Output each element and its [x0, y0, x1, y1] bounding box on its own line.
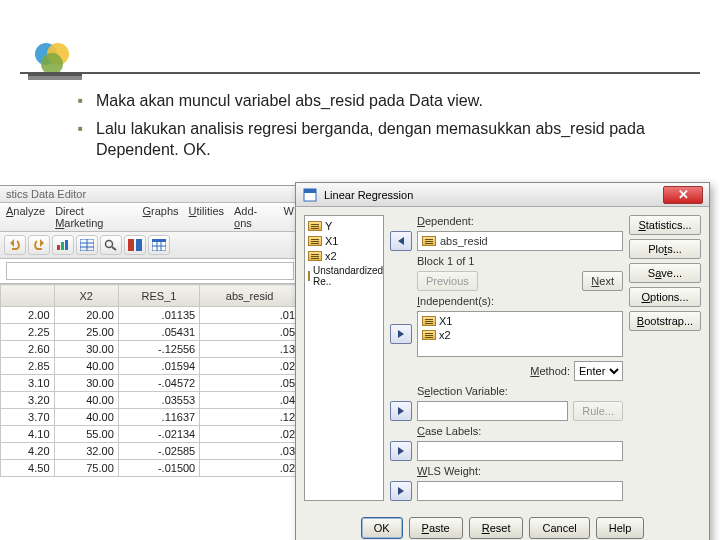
move-selection-button[interactable] [390, 401, 412, 421]
move-dependent-button[interactable] [390, 231, 412, 251]
svg-point-12 [106, 241, 113, 248]
cell[interactable]: 32.00 [54, 443, 118, 460]
paste-button[interactable]: Paste [409, 517, 463, 539]
table-row[interactable]: 2.2525.00.05431.05 [1, 324, 300, 341]
next-button[interactable]: Next [582, 271, 623, 291]
close-button[interactable]: ✕ [663, 186, 703, 204]
ok-button[interactable]: OK [361, 517, 403, 539]
cell[interactable]: 75.00 [54, 460, 118, 477]
editor-menubar: Analyze Direct Marketing Graphs Utilitie… [0, 203, 300, 232]
table-row[interactable]: 4.5075.00-.01500.02 [1, 460, 300, 477]
cell[interactable]: -.01500 [118, 460, 199, 477]
cell[interactable]: -.04572 [118, 375, 199, 392]
cell-editor-input[interactable] [6, 262, 294, 280]
bootstrap-button[interactable]: Bootstrap... [629, 311, 701, 331]
menu-analyze[interactable]: Analyze [6, 205, 45, 229]
cell[interactable]: 30.00 [54, 375, 118, 392]
cell[interactable]: .11637 [118, 409, 199, 426]
table-row[interactable]: 2.8540.00.01594.02 [1, 358, 300, 375]
move-wls-button[interactable] [390, 481, 412, 501]
menu-addons[interactable]: Add-ons [234, 205, 274, 229]
cell[interactable]: .02 [200, 426, 300, 443]
selection-variable-field[interactable] [417, 401, 568, 421]
toolbar-table-icon[interactable] [148, 235, 170, 255]
toolbar-redo-icon[interactable] [28, 235, 50, 255]
menu-direct-marketing[interactable]: Direct Marketing [55, 205, 132, 229]
table-row[interactable]: 3.1030.00-.04572.05 [1, 375, 300, 392]
method-select[interactable]: Enter [574, 361, 623, 381]
cell[interactable]: .02 [200, 358, 300, 375]
dialog-titlebar[interactable]: Linear Regression ✕ [296, 183, 709, 207]
cell[interactable]: 40.00 [54, 409, 118, 426]
toolbar-grid-icon[interactable] [76, 235, 98, 255]
cell[interactable]: 3.20 [1, 392, 55, 409]
table-row[interactable]: 3.2040.00.03553.04 [1, 392, 300, 409]
independent-list[interactable]: X1 x2 [417, 311, 623, 357]
help-button[interactable]: Help [596, 517, 645, 539]
dialog-button-bar: OK Paste Reset Cancel Help [296, 509, 709, 540]
cell[interactable]: .05431 [118, 324, 199, 341]
cell[interactable]: 4.50 [1, 460, 55, 477]
toolbar-undo-icon[interactable] [4, 235, 26, 255]
source-variable-list[interactable]: Y X1 x2 Unstandardized Re.. [304, 215, 384, 501]
cell[interactable]: .03 [200, 443, 300, 460]
list-item: Unstandardized Re.. [308, 265, 380, 287]
cell[interactable]: 2.60 [1, 341, 55, 358]
cell[interactable]: .01 [200, 307, 300, 324]
col-x2[interactable]: X2 [54, 285, 118, 307]
menu-more[interactable]: W [284, 205, 294, 229]
cell[interactable]: 2.00 [1, 307, 55, 324]
cell[interactable]: .13 [200, 341, 300, 358]
cell[interactable]: -.02134 [118, 426, 199, 443]
table-row[interactable]: 2.0020.00.01135.01 [1, 307, 300, 324]
cell[interactable]: -.12556 [118, 341, 199, 358]
options-button[interactable]: Options... [629, 287, 701, 307]
data-grid[interactable]: X2 RES_1 abs_resid 2.0020.00.01135.012.2… [0, 284, 300, 477]
cell[interactable]: 4.20 [1, 443, 55, 460]
wls-weight-field[interactable] [417, 481, 623, 501]
cell[interactable]: 30.00 [54, 341, 118, 358]
col-res1[interactable]: RES_1 [118, 285, 199, 307]
cell[interactable]: 20.00 [54, 307, 118, 324]
case-labels-field[interactable] [417, 441, 623, 461]
cell[interactable]: 2.25 [1, 324, 55, 341]
cell[interactable]: 40.00 [54, 392, 118, 409]
toolbar-variables-icon[interactable] [124, 235, 146, 255]
cell[interactable]: .05 [200, 375, 300, 392]
menu-graphs[interactable]: Graphs [142, 205, 178, 229]
table-row[interactable]: 3.7040.00.11637.12 [1, 409, 300, 426]
move-caselabels-button[interactable] [390, 441, 412, 461]
col-blank[interactable] [1, 285, 55, 307]
menu-utilities[interactable]: Utilities [189, 205, 224, 229]
linear-regression-dialog: Linear Regression ✕ Y X1 x2 Unstandardiz… [295, 182, 710, 540]
statistics-button[interactable]: Statistics... [629, 215, 701, 235]
move-independent-button[interactable] [390, 324, 412, 344]
cell[interactable]: .01594 [118, 358, 199, 375]
cell[interactable]: 3.70 [1, 409, 55, 426]
cell[interactable]: 2.85 [1, 358, 55, 375]
col-absresid[interactable]: abs_resid [200, 285, 300, 307]
cell[interactable]: .01135 [118, 307, 199, 324]
cell[interactable]: 55.00 [54, 426, 118, 443]
save-button[interactable]: Save... [629, 263, 701, 283]
cell[interactable]: .04 [200, 392, 300, 409]
cell[interactable]: .03553 [118, 392, 199, 409]
cell[interactable]: 4.10 [1, 426, 55, 443]
table-row[interactable]: 4.2032.00-.02585.03 [1, 443, 300, 460]
table-row[interactable]: 2.6030.00-.12556.13 [1, 341, 300, 358]
cancel-button[interactable]: Cancel [529, 517, 589, 539]
toolbar-find-icon[interactable] [100, 235, 122, 255]
dependent-field[interactable]: abs_resid [417, 231, 623, 251]
cell[interactable]: 3.10 [1, 375, 55, 392]
cell[interactable]: .02 [200, 460, 300, 477]
cell[interactable]: -.02585 [118, 443, 199, 460]
cell[interactable]: .12 [200, 409, 300, 426]
cell[interactable]: 25.00 [54, 324, 118, 341]
cell[interactable]: .05 [200, 324, 300, 341]
cell[interactable]: 40.00 [54, 358, 118, 375]
scale-icon [308, 251, 322, 261]
reset-button[interactable]: Reset [469, 517, 524, 539]
toolbar-chart-icon[interactable] [52, 235, 74, 255]
table-row[interactable]: 4.1055.00-.02134.02 [1, 426, 300, 443]
plots-button[interactable]: Plots... [629, 239, 701, 259]
